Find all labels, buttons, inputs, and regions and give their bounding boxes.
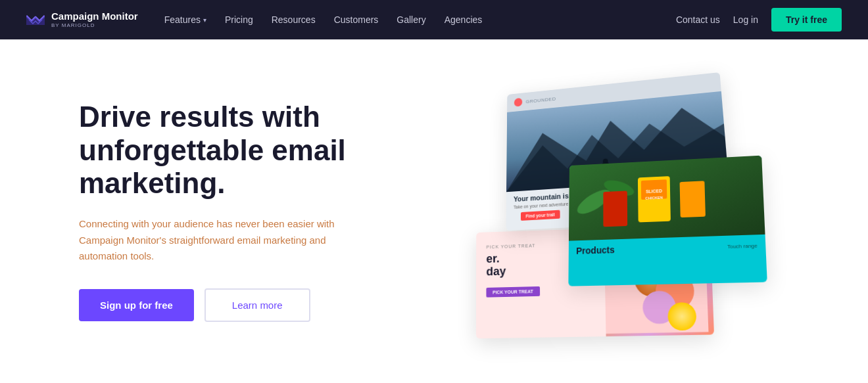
svg-text:SLICED: SLICED (646, 188, 662, 193)
nav-login[interactable]: Log in (733, 14, 758, 25)
svg-rect-13 (680, 181, 706, 217)
logo-area[interactable]: Campaign Monitor BY MARIGOLD (26, 11, 138, 28)
email-stack: GROUNDED (460, 80, 763, 356)
logo-icon (26, 13, 45, 26)
logo-sub: BY MARIGOLD (51, 22, 138, 28)
nav-agencies[interactable]: Agencies (445, 14, 483, 25)
hero-title: Drive results with unforgettable email m… (79, 101, 408, 200)
logo-text-area: Campaign Monitor BY MARIGOLD (51, 11, 138, 28)
nav-pricing[interactable]: Pricing (225, 14, 253, 25)
nav-left: Campaign Monitor BY MARIGOLD Features ▾ … (26, 11, 482, 28)
nav-features[interactable]: Features ▾ (164, 14, 206, 25)
nav-contact[interactable]: Contact us (676, 14, 720, 25)
hero-content: Drive results with unforgettable email m… (79, 101, 434, 322)
signup-button[interactable]: Sign up for free (79, 289, 194, 321)
learn-more-button[interactable]: Learn more (205, 288, 310, 322)
svg-rect-12 (603, 191, 627, 227)
svg-text:CHICKEN: CHICKEN (645, 195, 663, 200)
hero-visual: GROUNDED (434, 39, 789, 383)
hero-section: Drive results with unforgettable email m… (0, 39, 868, 383)
nav-gallery[interactable]: Gallery (397, 14, 425, 25)
hero-subtitle: Connecting with your audience has never … (79, 216, 355, 265)
hero-buttons: Sign up for free Learn more (79, 288, 408, 322)
logo-name: Campaign Monitor (51, 11, 138, 22)
nav-right: Contact us Log in Try it free (676, 8, 842, 32)
nav-resources[interactable]: Resources (272, 14, 316, 25)
navbar: Campaign Monitor BY MARIGOLD Features ▾ … (0, 0, 868, 39)
nav-customers[interactable]: Customers (334, 14, 379, 25)
products-email-card: SLICED CHICKEN Products Touch range (568, 155, 767, 286)
features-chevron-icon: ▾ (203, 16, 206, 24)
nav-links: Features ▾ Pricing Resources Customers G… (164, 14, 483, 25)
try-it-free-button[interactable]: Try it free (771, 8, 842, 32)
